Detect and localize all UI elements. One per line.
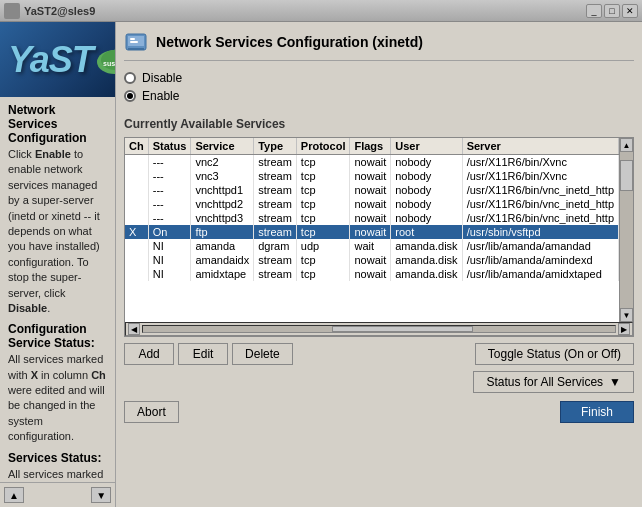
table-cell: NI [148, 253, 191, 267]
sidebar-down-arrow[interactable]: ▼ [91, 487, 111, 503]
col-service: Service [191, 138, 254, 155]
delete-button[interactable]: Delete [232, 343, 293, 365]
disable-label: Disable [142, 71, 182, 85]
minimize-button[interactable]: _ [586, 4, 602, 18]
table-cell: --- [148, 155, 191, 170]
enable-label: Enable [142, 89, 179, 103]
table-cell: ftp [191, 225, 254, 239]
table-cell: nowait [350, 183, 391, 197]
table-cell: amanda.disk [391, 267, 462, 281]
table-cell: /usr/X11R6/bin/Xvnc [462, 155, 618, 170]
svg-rect-9 [128, 48, 144, 50]
table-cell: nowait [350, 155, 391, 170]
table-cell [125, 197, 148, 211]
table-row[interactable]: NIamandaidxstreamtcpnowaitamanda.disk/us… [125, 253, 618, 267]
add-button[interactable]: Add [124, 343, 174, 365]
table-cell: vnchttpd3 [191, 211, 254, 225]
table-body: ---vnc2streamtcpnowaitnobody/usr/X11R6/b… [125, 155, 618, 282]
table-with-scrollbar: Ch Status Service Type Protocol Flags Us… [125, 138, 633, 322]
enable-radio-item[interactable]: Enable [124, 89, 634, 103]
status-all-button[interactable]: Status for All Services ▼ [473, 371, 634, 393]
scroll-right-btn[interactable]: ▶ [618, 323, 630, 335]
table-row[interactable]: ---vnchttpd1streamtcpnowaitnobody/usr/X1… [125, 183, 618, 197]
table-cell: amanda.disk [391, 239, 462, 253]
yast-logo-text: YaST [8, 39, 93, 81]
table-row[interactable]: NIamandadgramudpwaitamanda.disk/usr/lib/… [125, 239, 618, 253]
table-cell: tcp [296, 225, 350, 239]
sidebar-up-arrow[interactable]: ▲ [4, 487, 24, 503]
scroll-up-btn[interactable]: ▲ [620, 138, 633, 152]
title-bar-left: YaST2@sles9 [4, 3, 95, 19]
table-cell: amanda.disk [391, 253, 462, 267]
table-cell [125, 155, 148, 170]
h-scroll-thumb[interactable] [332, 326, 474, 332]
bottom-row: Abort Finish [124, 401, 634, 423]
table-cell: /usr/X11R6/bin/vnc_inetd_http [462, 183, 618, 197]
table-cell: nowait [350, 211, 391, 225]
table-cell: udp [296, 239, 350, 253]
table-scroll-area[interactable]: Ch Status Service Type Protocol Flags Us… [125, 138, 619, 322]
table-cell: tcp [296, 197, 350, 211]
sidebar-section3-text: All services marked with --- are inactiv… [8, 467, 107, 482]
content-area: Network Services Configuration (xinetd) … [116, 22, 642, 507]
table-cell: X [125, 225, 148, 239]
table-cell: On [148, 225, 191, 239]
toggle-status-button[interactable]: Toggle Status (On or Off) [475, 343, 634, 365]
table-cell: nowait [350, 225, 391, 239]
table-cell: /usr/X11R6/bin/Xvnc [462, 169, 618, 183]
close-button[interactable]: ✕ [622, 4, 638, 18]
col-status: Status [148, 138, 191, 155]
abort-button[interactable]: Abort [124, 401, 179, 423]
table-cell: nobody [391, 197, 462, 211]
svg-rect-8 [130, 41, 138, 43]
scroll-track[interactable] [620, 152, 633, 308]
vertical-scrollbar[interactable]: ▲ ▼ [619, 138, 633, 322]
table-row[interactable]: ---vnc2streamtcpnowaitnobody/usr/X11R6/b… [125, 155, 618, 170]
table-cell: vnchttpd1 [191, 183, 254, 197]
table-row[interactable]: ---vnchttpd2streamtcpnowaitnobody/usr/X1… [125, 197, 618, 211]
edit-button[interactable]: Edit [178, 343, 228, 365]
table-cell: wait [350, 239, 391, 253]
content-title: Network Services Configuration (xinetd) [156, 34, 423, 50]
suse-logo-icon: suse [93, 42, 116, 77]
table-cell: nowait [350, 253, 391, 267]
main-container: YaST suse Network Services Configuration [0, 22, 642, 507]
finish-button[interactable]: Finish [560, 401, 634, 423]
sidebar-section1-title: Network Services Configuration [8, 103, 107, 145]
scroll-thumb[interactable] [620, 160, 633, 191]
maximize-button[interactable]: □ [604, 4, 620, 18]
table-cell: vnc3 [191, 169, 254, 183]
network-services-icon [124, 30, 148, 54]
app-icon [4, 3, 20, 19]
yast-logo: YaST suse [0, 22, 115, 97]
table-cell [125, 253, 148, 267]
title-bar: YaST2@sles9 _ □ ✕ [0, 0, 642, 22]
table-cell: nobody [391, 155, 462, 170]
table-cell: nobody [391, 169, 462, 183]
table-row[interactable]: XOnftpstreamtcpnowaitroot/usr/sbin/vsftp… [125, 225, 618, 239]
scroll-left-btn[interactable]: ◀ [128, 323, 140, 335]
scroll-down-btn[interactable]: ▼ [620, 308, 633, 322]
table-cell: amandaidx [191, 253, 254, 267]
table-cell: tcp [296, 267, 350, 281]
table-cell: NI [148, 267, 191, 281]
sidebar-section2-title: Configuration Service Status: [8, 322, 107, 350]
title-bar-buttons: _ □ ✕ [586, 4, 638, 18]
svg-text:suse: suse [103, 60, 116, 67]
h-scroll-track[interactable] [142, 325, 616, 333]
disable-radio-item[interactable]: Disable [124, 71, 634, 85]
sidebar-section1-text: Click Enable to enable network services … [8, 147, 107, 316]
table-row[interactable]: NIamidxtapestreamtcpnowaitamanda.disk/us… [125, 267, 618, 281]
col-server: Server [462, 138, 618, 155]
table-cell [125, 169, 148, 183]
table-cell [125, 239, 148, 253]
table-cell [125, 183, 148, 197]
table-cell: vnc2 [191, 155, 254, 170]
horizontal-scrollbar[interactable]: ◀ ▶ [125, 322, 633, 336]
disable-radio[interactable] [124, 72, 136, 84]
enable-radio[interactable] [124, 90, 136, 102]
table-row[interactable]: ---vnc3streamtcpnowaitnobody/usr/X11R6/b… [125, 169, 618, 183]
table-cell: stream [254, 211, 297, 225]
table-cell: stream [254, 225, 297, 239]
table-row[interactable]: ---vnchttpd3streamtcpnowaitnobody/usr/X1… [125, 211, 618, 225]
